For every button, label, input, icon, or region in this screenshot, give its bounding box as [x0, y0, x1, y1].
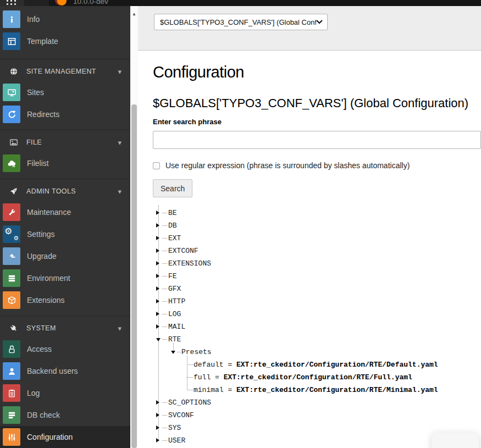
configuration-selector[interactable]: $GLOBALS['TYPO3_CONF_VARS'] (Global Conf… [154, 14, 328, 30]
tree-connector [162, 415, 167, 416]
top-bar: 10.0.0-dev [0, 0, 481, 6]
tree-node-minimal[interactable]: minimal = EXT:rte_ckeditor/Configuration… [138, 384, 481, 396]
sidebar-group: FILE▾Filelist [0, 130, 130, 179]
sidebar-item-extensions[interactable]: Extensions [0, 289, 130, 311]
sidebar-item-filelist[interactable]: Filelist [0, 152, 130, 174]
sidebar-item-environment[interactable]: Environment [0, 267, 130, 289]
sidebar-item-info[interactable]: Info [0, 8, 130, 30]
sidebar-item-template[interactable]: Template [0, 30, 130, 52]
module-sidebar: InfoTemplateSITE MANAGEMENT▾SitesRedirec… [0, 6, 130, 448]
tree-node-db[interactable]: DB [138, 219, 481, 232]
sidebar-item-access[interactable]: Access [0, 338, 130, 360]
sidebar-item-maintenance[interactable]: Maintenance [0, 201, 130, 223]
template-icon [3, 32, 20, 50]
configuration-selector-value: $GLOBALS['TYPO3_CONF_VARS'] (Global Conf… [160, 18, 316, 26]
sidebar-section-admin-tools[interactable]: ADMIN TOOLS▾ [0, 181, 130, 201]
module-menu-button[interactable] [0, 0, 24, 6]
search-input[interactable] [153, 131, 481, 149]
tree-node-label: minimal = EXT:rte_ckeditor/Configuration… [193, 386, 438, 394]
scroll-up-button[interactable]: ▲ [130, 12, 138, 16]
expand-icon[interactable] [156, 413, 159, 417]
access-icon [3, 340, 20, 358]
tree-node-http[interactable]: HTTP [138, 295, 481, 308]
db-check-icon [3, 406, 20, 424]
info-icon [3, 10, 20, 28]
expand-icon[interactable] [156, 223, 159, 228]
sidebar-group: ADMIN TOOLS▾Maintenance⚙⚙SettingsUpgrade… [0, 179, 130, 316]
sidebar-section-file[interactable]: FILE▾ [0, 132, 130, 152]
expand-icon[interactable] [156, 236, 159, 240]
expand-icon[interactable] [156, 248, 159, 253]
sidebar-item-label: DB check [27, 411, 60, 419]
chevron-down-icon: ▾ [118, 68, 121, 76]
tree-node-log[interactable]: LOG [138, 308, 481, 320]
sidebar-item-backend-users[interactable]: Backend users [0, 360, 130, 382]
tree-node-extconf[interactable]: EXTCONF [138, 245, 481, 257]
sidebar-section-system[interactable]: SYSTEM▾ [0, 318, 130, 338]
doc-header: $GLOBALS['TYPO3_CONF_VARS'] (Global Conf… [138, 6, 481, 51]
scrollbar-thumb[interactable] [131, 104, 137, 448]
expand-icon[interactable] [156, 286, 159, 291]
search-button[interactable]: Search [153, 179, 192, 197]
tree-node-label: SYS [168, 424, 181, 432]
tree-node-fe[interactable]: FE [138, 270, 481, 283]
file-icon [8, 137, 20, 147]
tree-node-label: EXTENSIONS [168, 259, 211, 268]
tree-node-ext[interactable]: EXT [138, 232, 481, 245]
tree-node-extensions[interactable]: EXTENSIONS [138, 257, 481, 270]
expand-icon[interactable] [156, 211, 159, 215]
vertical-scrollbar[interactable]: ▲ [130, 6, 138, 448]
tree-node-mail[interactable]: MAIL [138, 320, 481, 333]
topbar-logo-segment[interactable] [24, 0, 49, 6]
sidebar-section-label: SITE MANAGEMENT [26, 68, 118, 75]
sidebar-item-label: Backend users [27, 367, 78, 375]
tree-node-label: full = EXT:rte_ckeditor/Configuration/RT… [193, 373, 412, 381]
sidebar-item-configuration[interactable]: Configuration [0, 426, 130, 448]
tree-node-gfx[interactable]: GFX [138, 283, 481, 295]
sidebar-item-log[interactable]: Log [0, 382, 130, 404]
sidebar-item-label: Sites [27, 88, 44, 97]
tree-node-rte[interactable]: RTE [138, 333, 481, 346]
sidebar-item-db-check[interactable]: DB check [0, 404, 130, 426]
chevron-down-icon: ▾ [118, 187, 121, 196]
expand-icon[interactable] [156, 312, 159, 316]
tree-connector [162, 263, 167, 264]
tree-node-sys[interactable]: SYS [138, 422, 481, 434]
tree-node-sc-options[interactable]: SC_OPTIONS [138, 396, 481, 409]
expand-icon[interactable] [156, 438, 159, 443]
tree-node-label: default = EXT:rte_ckeditor/Configuration… [193, 361, 438, 369]
expand-icon[interactable] [156, 425, 159, 430]
tree-node-user[interactable]: USER [138, 434, 481, 447]
tree-node-svconf[interactable]: SVCONF [138, 409, 481, 422]
tree-connector [187, 390, 193, 390]
tree-connector [162, 251, 167, 251]
tree-node-be[interactable]: BE [138, 207, 481, 219]
collapse-icon[interactable] [171, 351, 175, 354]
expand-icon[interactable] [156, 274, 159, 278]
expand-icon[interactable] [156, 324, 159, 329]
tree-node-default[interactable]: default = EXT:rte_ckeditor/Configuration… [138, 358, 481, 371]
tree-node-label: MAIL [168, 323, 185, 331]
expand-icon[interactable] [156, 400, 159, 405]
sidebar-item-redirects[interactable]: Redirects [0, 103, 130, 125]
sidebar-group: SYSTEM▾AccessBackend usersLogDB checkCon… [0, 316, 130, 448]
expand-icon[interactable] [156, 299, 159, 303]
search-label: Enter search phrase [153, 118, 222, 126]
tree-connector [162, 301, 167, 302]
sidebar-section-site-management[interactable]: SITE MANAGEMENT▾ [0, 62, 130, 81]
tree-node-presets[interactable]: Presets [138, 346, 481, 358]
sidebar-item-label: Redirects [27, 110, 59, 119]
tree-connector [162, 213, 167, 213]
sidebar-item-label: Extensions [27, 296, 64, 305]
module-body: Configuration $GLOBALS['TYPO3_CONF_VARS'… [138, 51, 481, 448]
sidebar-group: InfoTemplate [0, 6, 130, 59]
configuration-icon [3, 428, 20, 446]
sidebar-item-upgrade[interactable]: Upgrade [0, 245, 130, 267]
tree-connector [162, 314, 167, 314]
sidebar-item-settings[interactable]: ⚙⚙Settings [0, 223, 130, 245]
tree-node-full[interactable]: full = EXT:rte_ckeditor/Configuration/RT… [138, 371, 481, 384]
regex-checkbox[interactable] [153, 162, 160, 169]
expand-icon[interactable] [156, 261, 159, 266]
sidebar-item-sites[interactable]: Sites [0, 81, 130, 103]
collapse-icon[interactable] [156, 338, 161, 341]
